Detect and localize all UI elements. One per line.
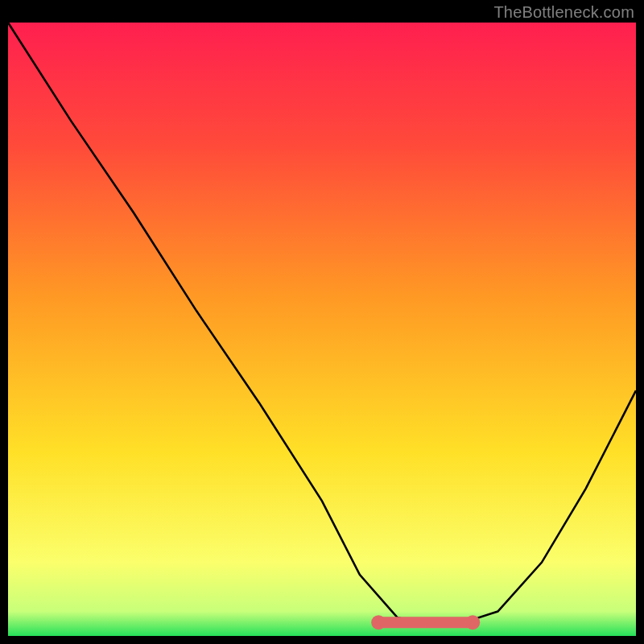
gradient-background [8,23,636,636]
svg-point-1 [371,615,386,630]
highlight-segment [371,615,480,630]
chart-frame [8,23,636,636]
svg-point-2 [465,615,480,630]
chart-svg [8,23,636,636]
watermark-text: TheBottleneck.com [493,3,634,22]
